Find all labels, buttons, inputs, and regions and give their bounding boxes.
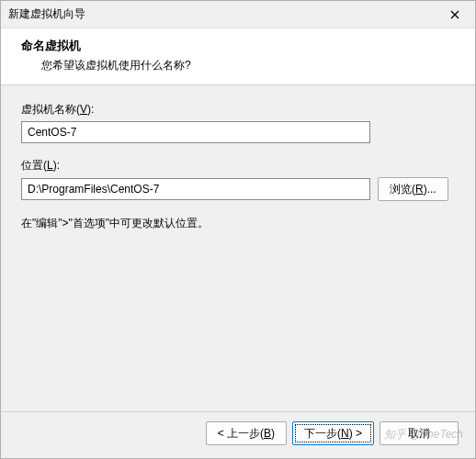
browse-label-key: R (415, 183, 424, 196)
back-label-post: ) (271, 427, 275, 440)
next-label-pre: 下一步( (304, 427, 341, 440)
titlebar: 新建虚拟机向导 (1, 1, 475, 28)
close-icon (450, 10, 459, 19)
next-label-post: ) > (349, 427, 362, 440)
wizard-header: 命名虚拟机 您希望该虚拟机使用什么名称? (1, 28, 475, 85)
next-button[interactable]: 下一步(N) > (292, 421, 374, 445)
location-label: 位置(L): (21, 158, 455, 174)
location-label-pre: 位置( (21, 159, 47, 172)
location-input[interactable] (21, 178, 370, 200)
browse-label-pre: 浏览( (390, 183, 415, 196)
location-row: 浏览(R)... (21, 177, 455, 201)
wizard-footer: < 上一步(B) 下一步(N) > 取消 (1, 411, 475, 458)
back-label-key: B (264, 427, 271, 440)
vm-name-label: 虚拟机名称(V): (21, 102, 455, 118)
back-button[interactable]: < 上一步(B) (206, 421, 287, 445)
location-label-post: ): (53, 159, 60, 172)
vm-name-label-pre: 虚拟机名称( (21, 103, 80, 116)
header-subtitle: 您希望该虚拟机使用什么名称? (21, 58, 462, 73)
cancel-button[interactable]: 取消 (380, 421, 459, 445)
next-label-key: N (341, 427, 349, 440)
browse-label-post: )... (424, 183, 436, 196)
default-location-hint: 在"编辑">"首选项"中可更改默认位置。 (21, 216, 455, 231)
header-title: 命名虚拟机 (21, 38, 462, 54)
wizard-content: 虚拟机名称(V): 位置(L): 浏览(R)... 在"编辑">"首选项"中可更… (1, 85, 475, 411)
location-label-key: L (47, 159, 53, 172)
vm-name-input[interactable] (21, 121, 370, 143)
vm-name-label-post: ): (87, 103, 94, 116)
window-title: 新建虚拟机向导 (8, 6, 442, 22)
browse-button[interactable]: 浏览(R)... (378, 177, 448, 201)
back-label-pre: < 上一步( (218, 427, 264, 440)
vm-name-label-key: V (80, 103, 87, 116)
close-button[interactable] (442, 6, 468, 24)
wizard-window: 新建虚拟机向导 命名虚拟机 您希望该虚拟机使用什么名称? 虚拟机名称(V): 位… (0, 0, 476, 459)
